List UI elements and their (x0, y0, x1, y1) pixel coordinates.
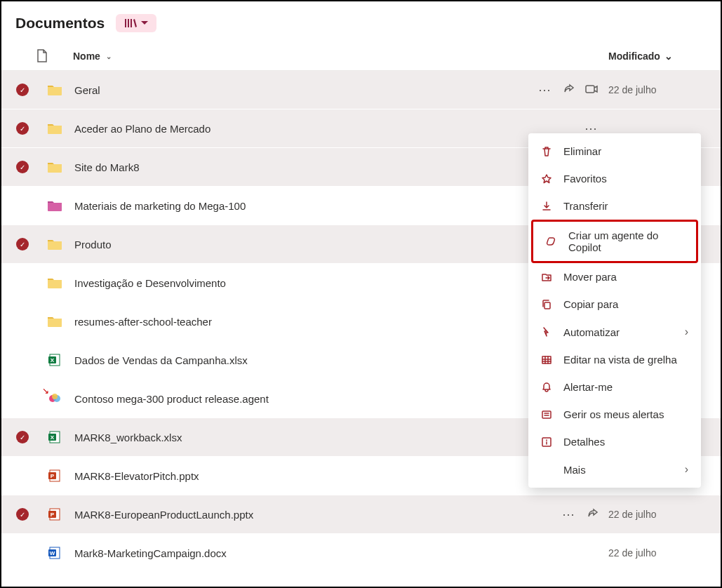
menu-item-move[interactable]: Mover para (528, 263, 701, 290)
grid-icon (541, 354, 554, 366)
folder-icon (45, 199, 65, 212)
menu-item-grid[interactable]: Editar na vista de grelha (528, 346, 701, 373)
share-icon[interactable] (562, 83, 575, 98)
svg-text:P: P (51, 512, 55, 518)
item-name[interactable]: Site do Mark8 (74, 161, 575, 173)
menu-item-bell[interactable]: Alertar-me (528, 373, 701, 401)
svg-text:X: X (51, 434, 55, 441)
details-icon (541, 436, 554, 448)
item-name[interactable]: Contoso mega-300 product release.agent (74, 393, 589, 405)
menu-item-label: Eliminar (563, 145, 688, 157)
selection-check[interactable]: ✓ (15, 161, 29, 173)
menu-item-copilot[interactable]: Criar um agente do Copilot (531, 220, 698, 263)
columns-header: Nome ⌄ Modificado ⌄ (1, 42, 721, 71)
item-name[interactable]: Produto (74, 239, 575, 250)
folder-icon (45, 238, 65, 250)
menu-item-copy[interactable]: Copiar para (528, 290, 701, 318)
chevron-down-icon: ⌄ (664, 51, 673, 62)
menu-item-label: Mover para (563, 271, 688, 283)
menu-item-label: Alertar-me (563, 381, 688, 393)
row-actions: ⋯ (538, 82, 599, 98)
row-actions: ⋯ (562, 507, 599, 522)
menu-item-trash[interactable]: Eliminar (528, 138, 701, 165)
automate-icon (541, 326, 554, 338)
selection-check[interactable]: ✓ (15, 431, 29, 443)
star-icon (541, 173, 554, 185)
file-type-column-icon[interactable] (36, 49, 56, 63)
modified-date: 22 de julho (608, 84, 707, 95)
folder-icon (45, 315, 65, 328)
copilot-icon (546, 236, 559, 247)
item-name[interactable]: MARK8-EuropeanProductLaunch.pptx (74, 509, 552, 521)
bell-icon (541, 382, 554, 393)
page-header: Documentos (1, 1, 721, 42)
item-name[interactable]: resumes-after-school-teacher (74, 316, 589, 328)
menu-item-more[interactable]: Mais (528, 455, 701, 483)
trash-icon (541, 146, 554, 157)
table-row[interactable]: ✓PMARK8-EuropeanProductLaunch.pptx⋯22 de… (1, 495, 721, 534)
alerts-icon (541, 409, 554, 420)
context-menu: EliminarFavoritosTransferirCriar um agen… (528, 133, 701, 488)
excel-icon: X (45, 353, 65, 367)
item-name[interactable]: Geral (74, 84, 528, 96)
item-name[interactable]: Materiais de marketing do Mega-100 (74, 200, 589, 212)
selection-check[interactable]: ✓ (15, 238, 29, 250)
svg-text:P: P (51, 473, 55, 479)
menu-item-star[interactable]: Favoritos (528, 165, 701, 192)
menu-item-automate[interactable]: Automatizar (528, 318, 701, 346)
item-name[interactable]: Investigação e Desenvolvimento (74, 277, 589, 289)
powerpoint-icon: P (45, 469, 65, 483)
copy-icon (541, 299, 554, 310)
agent-icon: ↘ (45, 392, 65, 406)
more-actions-button[interactable]: ⋯ (538, 82, 552, 98)
svg-rect-19 (544, 302, 550, 309)
page-title: Documentos (15, 15, 105, 32)
word-icon: W (45, 546, 65, 560)
menu-item-label: Gerir os meus alertas (563, 408, 688, 420)
download-icon (541, 201, 554, 212)
svg-text:X: X (51, 357, 55, 363)
excel-icon: X (45, 430, 65, 444)
chevron-down-icon (141, 21, 148, 25)
menu-item-label: Mais (563, 464, 675, 476)
table-row[interactable]: WMark8-MarketingCampaign.docx22 de julho (1, 534, 721, 573)
column-name[interactable]: Nome ⌄ (73, 51, 599, 62)
folder-icon (45, 83, 65, 96)
chevron-down-icon: ⌄ (106, 53, 112, 60)
library-icon (124, 18, 137, 29)
modified-date: 22 de julho (608, 547, 707, 559)
svg-point-6 (52, 394, 58, 399)
menu-item-label: Copiar para (563, 298, 688, 310)
more-actions-button[interactable]: ⋯ (562, 507, 576, 522)
folder-icon (45, 122, 65, 135)
column-modified[interactable]: Modificado ⌄ (608, 51, 707, 62)
view-selector[interactable] (116, 14, 156, 32)
item-name[interactable]: Aceder ao Plano de Mercado (74, 123, 575, 135)
menu-item-alerts[interactable]: Gerir os meus alertas (528, 401, 701, 428)
folder-icon (45, 161, 65, 173)
modified-date: 22 de julho (608, 509, 707, 520)
svg-rect-21 (542, 411, 551, 418)
menu-item-label: Detalhes (563, 436, 688, 448)
selection-check[interactable]: ✓ (15, 508, 29, 521)
menu-item-details[interactable]: Detalhes (528, 428, 701, 455)
table-row[interactable]: ✓ Geral⋯22 de julho (1, 71, 721, 109)
selection-check[interactable]: ✓ (15, 83, 29, 96)
move-icon (541, 272, 554, 283)
share-icon[interactable] (586, 507, 599, 522)
item-name[interactable]: MARK8-ElevatorPitch.pptx (74, 470, 589, 482)
menu-item-label: Transferir (563, 200, 688, 212)
menu-item-label: Favoritos (563, 173, 688, 185)
menu-item-label: Criar um agente do Copilot (568, 229, 683, 253)
menu-item-label: Editar na vista de grelha (563, 354, 688, 366)
svg-rect-0 (586, 86, 594, 93)
item-name[interactable]: Dados de Vendas da Campanha.xlsx (74, 354, 589, 366)
item-name[interactable]: MARK8_workback.xlsx (74, 432, 589, 443)
svg-text:W: W (50, 550, 55, 556)
menu-item-download[interactable]: Transferir (528, 192, 701, 220)
pin-icon[interactable] (584, 83, 599, 97)
selection-check[interactable]: ✓ (15, 122, 29, 135)
svg-rect-20 (542, 356, 551, 363)
item-name[interactable]: Mark8-MarketingCampaign.docx (74, 547, 589, 559)
folder-icon (45, 276, 65, 289)
